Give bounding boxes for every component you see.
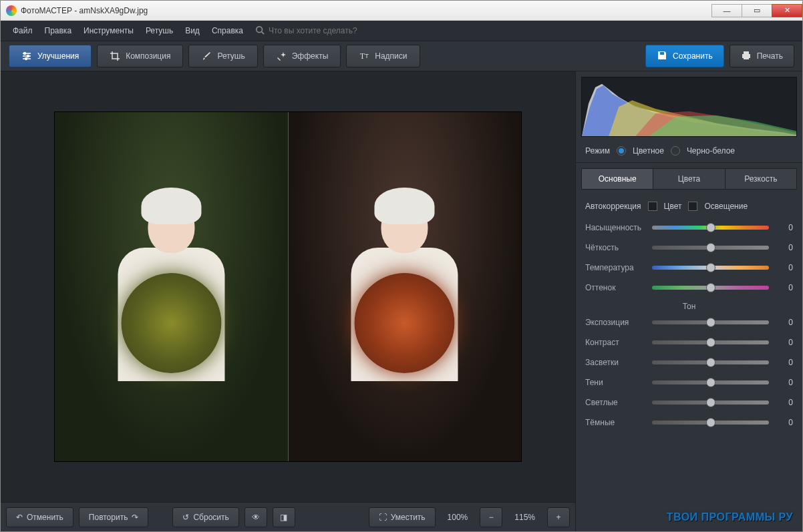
clarity-track[interactable] — [652, 246, 769, 250]
slider-tint: Оттенок 0 — [585, 278, 793, 298]
slider-thumb[interactable] — [706, 338, 715, 347]
redo-button[interactable]: Повторить ↷ — [79, 507, 149, 527]
zoom-out-button[interactable]: − — [480, 507, 502, 527]
blacks-label: Тёмные — [585, 418, 647, 427]
radio-color[interactable] — [617, 146, 626, 156]
zoom-in-button[interactable]: + — [547, 507, 570, 527]
slider-contrast: Контраст 0 — [585, 332, 793, 352]
menubar: Файл Правка Инструменты Ретушь Вид Справ… — [1, 21, 802, 41]
exposure-value: 0 — [774, 318, 793, 327]
compare-icon: ◨ — [280, 513, 287, 522]
shadows-label: Тени — [585, 378, 647, 387]
maximize-button[interactable]: ▭ — [742, 4, 772, 17]
slider-thumb[interactable] — [706, 318, 715, 327]
slider-saturation: Насыщенность 0 — [585, 218, 793, 238]
tab-enhance[interactable]: Улучшения — [9, 45, 92, 67]
close-button[interactable]: ✕ — [772, 4, 802, 17]
tab-effects[interactable]: Эффекты — [263, 45, 341, 67]
shadows-track[interactable] — [652, 380, 769, 384]
auto-color-label: Цвет — [664, 202, 682, 211]
slider-thumb[interactable] — [706, 223, 715, 232]
main-area: ↶ Отменить Повторить ↷ ↺ Сбросить 👁 ◨ — [1, 71, 802, 531]
print-label: Печать — [757, 51, 783, 61]
clarity-value: 0 — [774, 243, 793, 252]
svg-rect-10 — [744, 57, 749, 59]
slider-thumb[interactable] — [706, 283, 715, 292]
tone-header: Тон — [585, 298, 793, 312]
check-lighting[interactable] — [688, 202, 697, 211]
app-window: ФотоМАСТЕР - amNskXA9gDw.jpg — ▭ ✕ Файл … — [0, 0, 803, 532]
temperature-track[interactable] — [652, 266, 769, 270]
plus-icon: + — [556, 513, 560, 522]
radio-bw[interactable] — [671, 146, 680, 156]
wand-icon — [276, 51, 287, 61]
exposure-track[interactable] — [652, 320, 769, 324]
shadows-value: 0 — [774, 378, 793, 387]
whites-value: 0 — [774, 398, 793, 407]
tab-text[interactable]: TT Надписи — [346, 45, 420, 67]
minimize-button[interactable]: — — [711, 4, 742, 17]
print-button[interactable]: Печать — [730, 45, 794, 67]
slider-thumb[interactable] — [706, 378, 715, 387]
tab-text-label: Надписи — [375, 51, 407, 61]
menu-file[interactable]: Файл — [7, 23, 38, 38]
redo-icon: ↷ — [132, 513, 138, 522]
crop-icon — [110, 51, 120, 61]
contrast-value: 0 — [774, 338, 793, 347]
canvas-area — [1, 71, 575, 502]
save-label: Сохранить — [673, 51, 713, 61]
slider-blacks: Тёмные 0 — [585, 413, 793, 433]
tint-track[interactable] — [652, 286, 769, 290]
subtab-colors[interactable]: Цвета — [653, 168, 725, 190]
temperature-value: 0 — [774, 263, 793, 272]
menu-help[interactable]: Справка — [206, 23, 249, 38]
slider-thumb[interactable] — [706, 358, 715, 367]
fit-label: Уместить — [391, 513, 426, 522]
menu-tools[interactable]: Инструменты — [78, 23, 139, 38]
eye-icon: 👁 — [252, 513, 260, 522]
menu-retouch[interactable]: Ретушь — [140, 23, 178, 38]
tab-composition[interactable]: Композиция — [97, 45, 183, 67]
svg-point-5 — [24, 53, 26, 55]
contrast-track[interactable] — [652, 340, 769, 344]
redo-label: Повторить — [89, 513, 128, 522]
blacks-track[interactable] — [652, 421, 769, 425]
svg-point-7 — [25, 58, 27, 60]
slider-thumb[interactable] — [706, 418, 715, 427]
check-color[interactable] — [648, 202, 657, 211]
undo-button[interactable]: ↶ Отменить — [6, 507, 73, 527]
whites-track[interactable] — [652, 401, 769, 405]
before-image — [55, 112, 288, 461]
slider-highlights: Засветки 0 — [585, 352, 793, 372]
compare-button[interactable]: ◨ — [273, 507, 295, 527]
subtab-sharp[interactable]: Резкость — [726, 168, 797, 190]
menu-edit[interactable]: Правка — [39, 23, 77, 38]
save-button[interactable]: Сохранить — [645, 45, 724, 67]
tab-retouch-label: Ретушь — [217, 51, 245, 61]
fit-button[interactable]: ⛶ Уместить — [369, 507, 436, 527]
svg-rect-8 — [744, 51, 749, 54]
canvas-column: ↶ Отменить Повторить ↷ ↺ Сбросить 👁 ◨ — [1, 71, 575, 531]
subtabs: Основные Цвета Резкость — [581, 168, 797, 190]
highlights-track[interactable] — [652, 360, 769, 364]
slider-thumb[interactable] — [706, 263, 715, 272]
subtab-basic[interactable]: Основные — [581, 168, 653, 190]
side-panel: Режим Цветное Черно-белое Основные Цвета… — [575, 71, 802, 531]
search-input[interactable] — [269, 26, 389, 35]
slider-thumb[interactable] — [706, 243, 715, 252]
mode-bw-label: Черно-белое — [687, 146, 735, 156]
reset-button[interactable]: ↺ Сбросить — [172, 507, 238, 527]
tab-composition-label: Композиция — [126, 51, 170, 61]
saturation-track[interactable] — [652, 226, 769, 230]
mode-row: Режим Цветное Черно-белое — [576, 142, 802, 163]
menu-view[interactable]: Вид — [180, 23, 205, 38]
contrast-label: Контраст — [585, 338, 647, 347]
slider-exposure: Экспозиция 0 — [585, 312, 793, 332]
fit-icon: ⛶ — [379, 513, 387, 522]
preview-button[interactable]: 👁 — [245, 507, 267, 527]
text-icon: TT — [359, 51, 369, 61]
tab-retouch[interactable]: Ретушь — [188, 45, 257, 67]
slider-thumb[interactable] — [706, 398, 715, 407]
compare-view[interactable] — [54, 111, 522, 462]
search-container — [255, 25, 389, 37]
